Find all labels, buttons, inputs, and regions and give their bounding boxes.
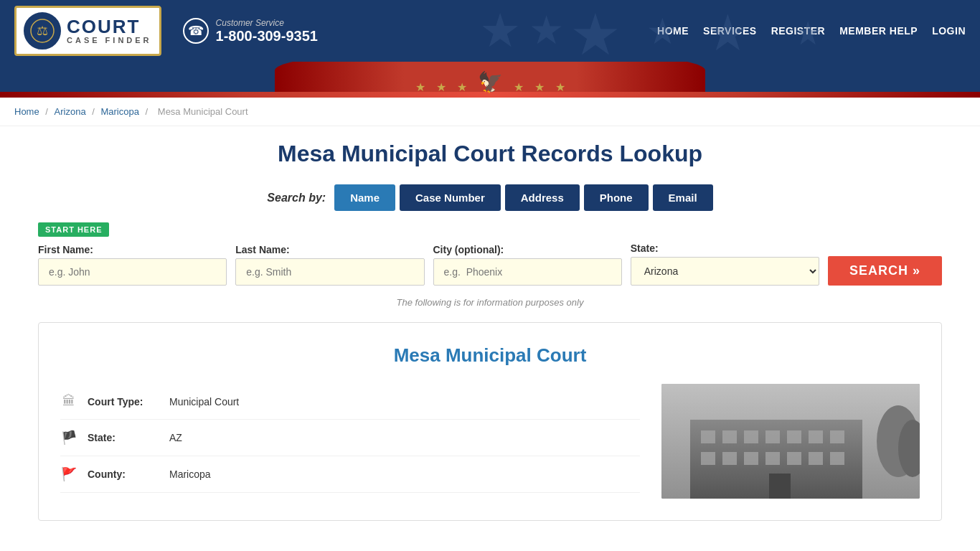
- logo-case-finder-label: CASE FINDER: [67, 36, 152, 44]
- svg-rect-7: [722, 430, 737, 443]
- state-label: State:: [631, 242, 819, 254]
- star-right-1: ★: [514, 80, 524, 94]
- court-type-icon: 🏛: [60, 394, 77, 409]
- city-group: City (optional):: [433, 244, 622, 286]
- building-svg: [661, 384, 920, 499]
- info-note: The following is for information purpose…: [38, 297, 942, 308]
- court-card-title: Mesa Municipal Court: [60, 344, 920, 367]
- state-icon: 🏴: [60, 430, 77, 446]
- eagle-area: ★ ★ ★ 🦅 ★ ★ ★: [415, 70, 565, 98]
- svg-text:⚖: ⚖: [37, 24, 48, 38]
- cs-phone: 1-800-309-9351: [216, 28, 318, 44]
- last-name-label: Last Name:: [235, 244, 424, 255]
- logo-text: COURT CASE FINDER: [67, 17, 152, 44]
- court-details: 🏛 Court Type: Municipal Court 🏴 State: A…: [60, 384, 640, 493]
- breadcrumb-arizona[interactable]: Arizona: [55, 106, 86, 117]
- cs-label: Customer Service: [216, 18, 318, 28]
- nav-register[interactable]: REGISTER: [771, 25, 826, 37]
- svg-rect-15: [744, 452, 758, 465]
- phone-icon: ☎: [183, 18, 209, 44]
- start-here-badge: START HERE: [38, 222, 109, 237]
- logo-emblem: ⚖: [24, 12, 61, 50]
- svg-rect-8: [744, 430, 758, 443]
- cs-text: Customer Service 1-800-309-9351: [216, 18, 318, 44]
- breadcrumb: Home / Arizona / Maricopa / Mesa Municip…: [0, 98, 980, 126]
- svg-rect-12: [830, 430, 844, 443]
- ribbon-container: ★ ★ ★ 🦅 ★ ★ ★: [0, 62, 980, 98]
- court-info-row: 🏛 Court Type: Municipal Court 🏴 State: A…: [60, 384, 920, 499]
- county-row: 🚩 County: Maricopa: [60, 456, 640, 493]
- customer-service: ☎ Customer Service 1-800-309-9351: [183, 18, 318, 44]
- city-input[interactable]: [433, 258, 622, 286]
- breadcrumb-maricopa[interactable]: Maricopa: [100, 106, 138, 117]
- breadcrumb-sep-2: /: [92, 106, 97, 117]
- logo-link[interactable]: ⚖ COURT CASE FINDER: [14, 6, 161, 56]
- eagle-icon: 🦅: [478, 70, 503, 94]
- search-form: First Name: Last Name: City (optional): …: [38, 242, 942, 286]
- court-building-image: [661, 384, 920, 499]
- state-detail-label: State:: [88, 432, 159, 443]
- last-name-group: Last Name:: [235, 244, 424, 286]
- court-type-label: Court Type:: [88, 396, 159, 408]
- nav-home[interactable]: HOME: [657, 25, 689, 37]
- star-right-2: ★: [534, 80, 545, 94]
- search-button[interactable]: SEARCH »: [828, 256, 942, 286]
- svg-rect-17: [787, 452, 801, 465]
- nav-member-help[interactable]: MEMBER HELP: [839, 25, 918, 37]
- tab-phone[interactable]: Phone: [584, 184, 649, 211]
- breadcrumb-sep-3: /: [146, 106, 151, 117]
- tab-address[interactable]: Address: [505, 184, 580, 211]
- state-detail-value: AZ: [169, 432, 182, 443]
- court-type-value: Municipal Court: [169, 396, 239, 408]
- svg-rect-9: [765, 430, 780, 443]
- first-name-group: First Name:: [38, 244, 227, 286]
- main-content: Mesa Municipal Court Records Lookup Sear…: [24, 126, 956, 535]
- city-label: City (optional):: [433, 244, 622, 255]
- site-header: ★ ★ ★ ★ ★ ★ ⚖ COURT CASE FINDER ☎: [0, 0, 980, 98]
- svg-rect-13: [701, 452, 715, 465]
- county-label: County:: [88, 468, 159, 480]
- search-by-label: Search by:: [267, 192, 326, 204]
- tab-case-number[interactable]: Case Number: [400, 184, 501, 211]
- logo-area: ⚖ COURT CASE FINDER ☎ Customer Service 1…: [14, 6, 318, 56]
- state-select[interactable]: Arizona AlabamaAlaskaArkansas California…: [631, 257, 819, 286]
- county-value: Maricopa: [169, 468, 211, 480]
- svg-rect-19: [830, 452, 844, 465]
- nav-services[interactable]: SERVICES: [703, 25, 757, 37]
- svg-rect-11: [809, 430, 823, 443]
- svg-rect-6: [701, 430, 715, 443]
- svg-rect-18: [809, 452, 823, 465]
- svg-rect-14: [722, 452, 737, 465]
- state-row: 🏴 State: AZ: [60, 420, 640, 456]
- court-card: Mesa Municipal Court 🏛 Court Type: Munic…: [38, 322, 942, 521]
- county-icon: 🚩: [60, 466, 77, 482]
- star-left-3: ★: [415, 80, 425, 94]
- svg-rect-16: [765, 452, 780, 465]
- star-left-1: ★: [457, 80, 467, 94]
- breadcrumb-home[interactable]: Home: [14, 106, 39, 117]
- svg-rect-20: [769, 474, 791, 499]
- star-left-2: ★: [436, 80, 446, 94]
- first-name-input[interactable]: [38, 258, 227, 286]
- tab-name[interactable]: Name: [334, 184, 395, 211]
- emblem-icon: ⚖: [29, 18, 55, 44]
- state-group: State: Arizona AlabamaAlaskaArkansas Cal…: [631, 242, 819, 286]
- logo-court-label: COURT: [67, 17, 140, 36]
- court-type-row: 🏛 Court Type: Municipal Court: [60, 384, 640, 420]
- last-name-input[interactable]: [235, 258, 424, 286]
- search-by-row: Search by: Name Case Number Address Phon…: [38, 184, 942, 211]
- page-title: Mesa Municipal Court Records Lookup: [38, 141, 942, 167]
- breadcrumb-sep-1: /: [45, 106, 50, 117]
- tab-email[interactable]: Email: [653, 184, 713, 211]
- first-name-label: First Name:: [38, 244, 227, 255]
- star-right-3: ★: [555, 80, 565, 94]
- svg-rect-10: [787, 430, 801, 443]
- main-nav: HOME SERVICES REGISTER MEMBER HELP LOGIN: [657, 25, 966, 37]
- nav-login[interactable]: LOGIN: [932, 25, 966, 37]
- breadcrumb-current: Mesa Municipal Court: [158, 106, 248, 117]
